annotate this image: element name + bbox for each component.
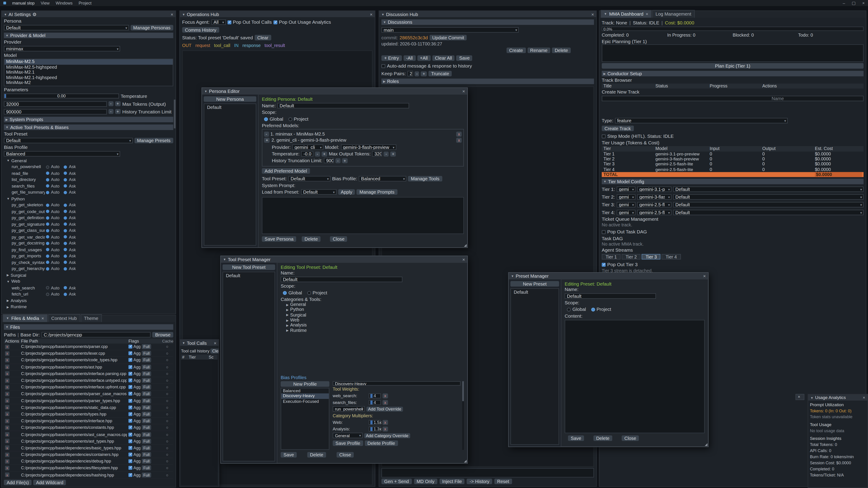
auto-add-checkbox[interactable] xyxy=(381,64,385,68)
ask-toggle[interactable] xyxy=(64,242,67,245)
increment-button[interactable]: + xyxy=(115,101,121,106)
close-dialog-button[interactable]: Close xyxy=(330,236,347,242)
increment-button[interactable]: + xyxy=(115,109,121,114)
tier-model-select[interactable]: gemini-2.5-flash-lite xyxy=(637,202,672,207)
manage-personas-button[interactable]: Manage Personas xyxy=(130,25,173,30)
operations-hub-header[interactable]: ▼ Operations Hub × xyxy=(180,11,375,17)
preset-list-item[interactable]: Default xyxy=(512,290,557,295)
remove-file-button[interactable]: x xyxy=(5,473,9,477)
full-button[interactable]: Full xyxy=(142,405,151,410)
resize-grip[interactable] xyxy=(705,443,708,446)
profile-list-item[interactable]: Execution-Focused xyxy=(281,399,329,404)
remove-file-button[interactable]: x xyxy=(5,365,9,369)
full-button[interactable]: Full xyxy=(142,412,151,417)
new-persona-button[interactable]: New Persona xyxy=(204,96,256,102)
agg-checkbox[interactable] xyxy=(128,379,132,382)
ask-toggle[interactable] xyxy=(64,184,67,188)
auto-toggle[interactable] xyxy=(46,178,49,182)
auto-toggle[interactable] xyxy=(46,261,49,264)
maximize-button[interactable]: ▢ xyxy=(852,0,856,5)
agg-checkbox[interactable] xyxy=(128,439,132,443)
close-icon[interactable]: × xyxy=(170,11,174,17)
full-button[interactable]: Full xyxy=(142,473,151,477)
agg-checkbox[interactable] xyxy=(128,453,132,457)
ask-toggle[interactable] xyxy=(64,254,67,258)
base-dir-input[interactable]: C:/projects/gencpp xyxy=(41,332,151,337)
full-button[interactable]: Full xyxy=(142,385,151,390)
files-section-header[interactable]: ▼ Files xyxy=(4,324,173,330)
pop-out-usage-checkbox[interactable] xyxy=(273,20,277,24)
create-track-button[interactable]: Create Track xyxy=(602,126,633,131)
save-persona-button[interactable]: Save Persona xyxy=(262,236,296,242)
model-option[interactable]: MiniMax-M2 xyxy=(4,80,173,86)
full-button[interactable]: Full xyxy=(142,371,151,376)
chevron-icon[interactable]: ▼ xyxy=(6,159,9,162)
remove-file-button[interactable]: x xyxy=(5,446,9,450)
decrement-button[interactable]: - xyxy=(384,151,389,156)
close-icon[interactable]: × xyxy=(646,11,648,17)
save-preset-button[interactable]: Save xyxy=(281,452,297,457)
close-icon[interactable]: × xyxy=(591,11,594,17)
auto-toggle[interactable] xyxy=(46,248,49,252)
auto-toggle[interactable] xyxy=(46,267,49,270)
manage-tools-button[interactable]: Manage Tools xyxy=(408,176,442,182)
auto-toggle[interactable] xyxy=(46,203,49,207)
project-radio[interactable] xyxy=(591,307,595,311)
temperature-slider[interactable]: 0.00 xyxy=(4,94,119,98)
remove-file-button[interactable]: x xyxy=(5,345,9,349)
composer-action-button[interactable]: MD Only xyxy=(414,479,437,484)
tab-files-media[interactable]: ▼ Files & Media × xyxy=(3,314,47,322)
category-node[interactable]: ▶ Web xyxy=(281,318,464,323)
delete-discussion-button[interactable]: Delete xyxy=(552,48,571,53)
entry-action-button[interactable]: + Entry xyxy=(381,55,401,61)
reorder-button[interactable]: - xyxy=(264,132,269,137)
tool-calls-list[interactable] xyxy=(181,360,218,485)
chevron-icon[interactable]: ▶ xyxy=(6,305,9,308)
add-files-button[interactable]: Add File(s) xyxy=(4,480,32,485)
full-button[interactable]: Full xyxy=(142,398,151,403)
remove-file-button[interactable]: x xyxy=(5,398,9,403)
agg-checkbox[interactable] xyxy=(128,365,132,369)
agg-checkbox[interactable] xyxy=(128,385,132,389)
clear-tool-calls-button[interactable]: Clear xyxy=(211,348,219,353)
pop-out-tier3-checkbox[interactable] xyxy=(602,263,606,266)
remove-file-button[interactable]: x xyxy=(5,419,9,423)
usage-analytics-header[interactable]: ▼ Usage Analytics × xyxy=(808,394,868,400)
full-button[interactable]: Full xyxy=(142,425,151,430)
composer-action-button[interactable]: Inject File xyxy=(439,479,465,484)
add-wildcard-button[interactable]: Add Wildcard xyxy=(33,480,66,485)
close-icon[interactable]: × xyxy=(462,257,465,262)
tier-model-select[interactable]: gemini-3.1-pro-preview xyxy=(637,187,672,192)
ask-toggle[interactable] xyxy=(64,210,67,213)
remove-override-button[interactable]: x xyxy=(382,400,388,404)
agg-checkbox[interactable] xyxy=(128,345,132,349)
conductor-setup-header[interactable]: ▶ Conductor Setup xyxy=(602,71,864,76)
full-button[interactable]: Full xyxy=(142,432,151,437)
new-preset-button[interactable]: New Preset xyxy=(510,281,559,287)
model-option[interactable]: MiniMax-M2.1 xyxy=(4,70,173,75)
category-override-select[interactable]: General xyxy=(333,433,363,438)
global-radio[interactable] xyxy=(264,117,268,121)
ask-toggle[interactable] xyxy=(64,203,67,207)
agg-checkbox[interactable] xyxy=(128,446,132,450)
agg-checkbox[interactable] xyxy=(128,392,132,396)
ask-toggle[interactable] xyxy=(64,178,67,182)
resize-grip[interactable] xyxy=(464,460,467,462)
preset-manager-titlebar[interactable]: ▼ Preset Manager × xyxy=(509,273,708,279)
agg-checkbox[interactable] xyxy=(128,352,132,355)
history-limit-input[interactable]: 900000 xyxy=(4,109,107,114)
keep-pairs-input[interactable]: 2 xyxy=(407,71,413,76)
tool-preset-list-item[interactable]: Default xyxy=(224,273,274,279)
full-button[interactable]: Full xyxy=(142,344,151,349)
scrollbar[interactable] xyxy=(462,381,464,450)
roles-section-header[interactable]: ▶ Roles xyxy=(381,78,594,84)
category-node[interactable]: ▶ General xyxy=(281,302,464,307)
tier-provider-select[interactable]: gemini xyxy=(617,210,636,215)
chevron-icon[interactable]: ▶ xyxy=(6,299,9,302)
system-prompt-input[interactable] xyxy=(262,197,464,234)
provider-select[interactable]: minimax xyxy=(4,46,120,51)
tab-log-management[interactable]: Log Management xyxy=(652,10,694,18)
weight-input[interactable]: 4 xyxy=(369,393,381,398)
composer-action-button[interactable]: Gen + Send xyxy=(381,479,412,484)
rename-discussion-button[interactable]: Rename xyxy=(527,48,550,53)
